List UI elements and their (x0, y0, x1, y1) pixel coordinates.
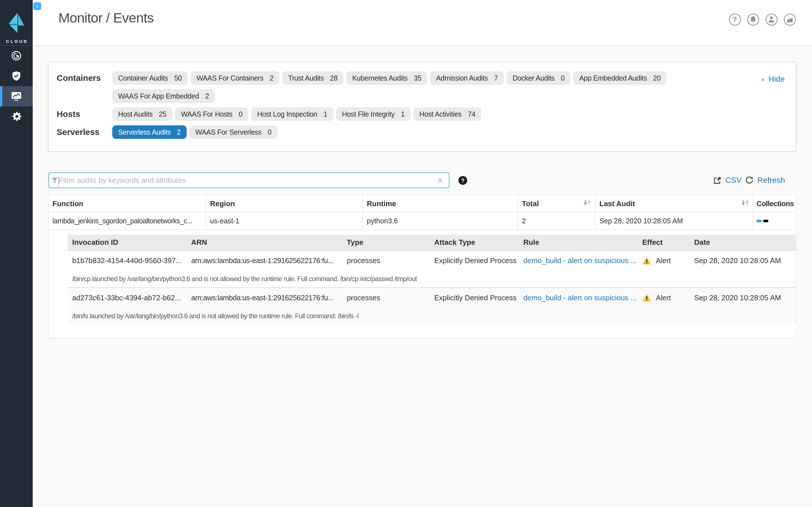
radar-icon (11, 51, 21, 61)
effect-label: Alert (656, 256, 671, 265)
subtable-row[interactable]: ad273c61-33bc-4394-ab72-b62...arn:aws:la… (68, 287, 796, 323)
column-header-last-audit[interactable]: Last Audit (596, 195, 753, 212)
subcell-invocation-id: b1b7b832-4154-440d-9560-397... (68, 256, 187, 265)
subcell-date: Sep 28, 2020 10:28:05 AM (690, 256, 796, 265)
sidebar-item-monitor[interactable] (0, 86, 33, 107)
subcell-date: Sep 28, 2020 10:28:05 AM (690, 293, 796, 302)
pill-label: Trust Audits (288, 74, 324, 82)
filter-group-label-hosts: Hosts (57, 107, 80, 121)
filter-pill-serverless-audits[interactable]: Serverless Audits2 (112, 125, 187, 139)
cell-runtime: python3.6 (363, 212, 518, 230)
hide-filters-link[interactable]: ˄Hide (761, 75, 784, 83)
subcell-type: processes (342, 293, 430, 302)
pill-count: 74 (468, 110, 475, 118)
subcell-rule[interactable]: demo_build - alert on suspicious ... (519, 293, 638, 302)
audits-table: FunctionRegionRuntimeTotalLast AuditColl… (48, 195, 797, 339)
pill-label: Host Audits (118, 110, 153, 118)
csv-export-link[interactable]: CSV (714, 172, 742, 188)
pill-count: 2 (205, 92, 209, 100)
subcolumn-header-rule: Rule (519, 238, 638, 247)
column-header-collections: Collections (753, 195, 796, 212)
rule-link[interactable]: demo_build - alert on suspicious ... (523, 293, 637, 302)
performance-chart-icon[interactable] (784, 13, 796, 25)
column-header-function: Function (49, 195, 206, 212)
subcell-type: processes (342, 256, 430, 265)
sort-arrows-icon[interactable] (582, 199, 592, 208)
pill-label: Docker Audits (513, 74, 555, 82)
alert-warning-icon (642, 294, 651, 302)
sidebar: CLOUD (0, 0, 33, 507)
subcell-attack-type: Explicitly Denied Process (430, 293, 519, 302)
monitor-icon (11, 92, 22, 101)
logo-text: CLOUD (0, 39, 33, 44)
subcell-effect: Alert (638, 293, 690, 302)
cloud-logo-icon (8, 12, 24, 33)
filter-pill-waas-for-containers[interactable]: WAAS For Containers2 (191, 71, 280, 85)
column-header-total[interactable]: Total (518, 195, 596, 212)
sidebar-expand-button[interactable]: › (33, 2, 41, 10)
effect-label: Alert (656, 293, 671, 302)
filter-input-box: ✕ (49, 172, 449, 188)
subcolumn-header-date: Date (690, 238, 796, 247)
sidebar-item-radar[interactable] (0, 46, 33, 66)
help-circle-icon[interactable]: ? (729, 13, 741, 25)
sidebar-item-settings[interactable] (0, 107, 33, 127)
pill-label: Host Log Inspection (257, 110, 317, 118)
rule-link[interactable]: demo_build - alert on suspicious ... (523, 256, 637, 265)
pill-label: WAAS For Containers (197, 74, 263, 82)
pill-count: 2 (269, 74, 273, 82)
pill-count: 2 (177, 128, 181, 136)
alert-warning-icon (642, 257, 651, 265)
pill-label: Admission Audits (436, 74, 488, 82)
refresh-link[interactable]: Refresh (746, 172, 785, 188)
filter-pill-host-activities[interactable]: Host Activities74 (413, 107, 481, 121)
subcolumn-header-arn: ARN (187, 238, 342, 247)
filter-pill-trust-audits[interactable]: Trust Audits28 (282, 71, 343, 85)
audit-filters-card: ContainersContainer Audits50WAAS For Con… (48, 62, 797, 152)
filter-pill-admission-audits[interactable]: Admission Audits7 (430, 71, 504, 85)
cell-region: us-east-1 (206, 212, 363, 230)
audit-description: /bin/ls launched by /var/lang/bin/python… (72, 312, 791, 320)
pill-count: 0 (561, 74, 565, 82)
filter-pill-waas-for-app-embedded[interactable]: WAAS For App Embedded2 (112, 89, 215, 103)
subtable-row[interactable]: b1b7b832-4154-440d-9560-397...arn:aws:la… (68, 251, 796, 287)
filter-group-label-serverless: Serverless (57, 125, 100, 139)
filter-pill-kubernetes-audits[interactable]: Kubernetes Audits35 (346, 71, 427, 85)
filter-input[interactable] (59, 173, 419, 187)
clear-filter-icon[interactable]: ✕ (437, 176, 443, 185)
pill-count: 0 (267, 128, 271, 136)
pill-label: WAAS For Hosts (181, 110, 232, 118)
notifications-bell-icon[interactable] (747, 13, 759, 25)
subcell-rule[interactable]: demo_build - alert on suspicious ... (519, 256, 638, 265)
collection-chip-blue (756, 220, 762, 222)
audit-details-subtable: Invocation IDARNTypeAttack TypeRuleEffec… (68, 235, 796, 323)
filter-pill-waas-for-hosts[interactable]: WAAS For Hosts0 (175, 107, 248, 121)
table-row[interactable]: lambda_jenkins_sgordon_paloaltonetworks_… (49, 212, 796, 230)
pill-count: 0 (239, 110, 243, 118)
pill-count: 50 (174, 74, 182, 82)
subcell-arn: arn:aws:lambda:us-east-1:291625622176:fu… (187, 293, 342, 302)
filter-pill-host-audits[interactable]: Host Audits25 (112, 107, 172, 121)
filter-help-icon[interactable]: ? (458, 176, 467, 185)
pill-count: 25 (159, 110, 166, 118)
user-profile-icon[interactable] (765, 13, 777, 25)
filter-pill-host-file-integrity[interactable]: Host File Integrity1 (336, 107, 410, 121)
filter-pill-app-embedded-audits[interactable]: App Embedded Audits20 (573, 71, 666, 85)
filter-pill-host-log-inspection[interactable]: Host Log Inspection1 (251, 107, 333, 121)
filter-pill-waas-for-serverless[interactable]: WAAS For Serverless0 (190, 125, 277, 139)
filter-pill-container-audits[interactable]: Container Audits50 (112, 71, 188, 85)
subcolumn-header-type: Type (342, 238, 430, 247)
sort-arrows-icon[interactable] (741, 199, 750, 208)
logo[interactable]: CLOUD (0, 12, 33, 44)
sidebar-item-defend[interactable] (0, 66, 33, 86)
filter-group-label-containers: Containers (57, 71, 101, 85)
filter-pill-docker-audits[interactable]: Docker Audits0 (507, 71, 571, 85)
collapse-caret-icon: ˄ (761, 76, 765, 83)
pill-label: App Embedded Audits (579, 74, 647, 82)
pill-label: WAAS For App Embedded (118, 92, 199, 100)
pill-label: Serverless Audits (118, 128, 170, 136)
subcell-effect: Alert (638, 256, 690, 265)
funnel-icon (52, 177, 58, 184)
table-header-row: FunctionRegionRuntimeTotalLast AuditColl… (49, 195, 796, 212)
cell-total: 2 (518, 212, 596, 230)
